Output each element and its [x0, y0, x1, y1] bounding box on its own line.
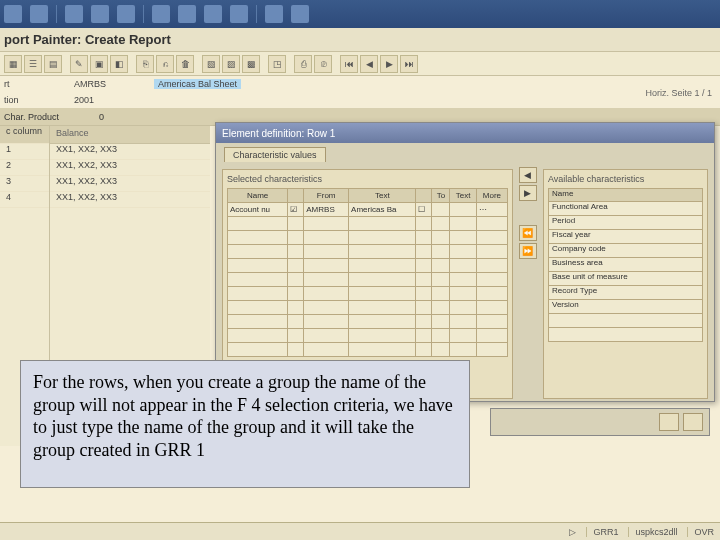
status-transaction: GRR1 [586, 527, 618, 537]
row-number: 4 [0, 192, 49, 208]
table-row [228, 315, 508, 329]
report-label: rt [4, 79, 54, 89]
checkbox-icon[interactable]: ☑ [288, 203, 304, 217]
more-icon[interactable]: ⋯ [476, 203, 507, 217]
toolbar-button[interactable]: 🗑 [176, 55, 194, 73]
menu-icon[interactable] [291, 5, 309, 23]
table-row [228, 301, 508, 315]
menu-icon[interactable] [117, 5, 135, 23]
char-product-value: 0 [99, 112, 104, 122]
move-left-icon[interactable]: ◀ [519, 167, 537, 183]
confirm-button[interactable] [659, 413, 679, 431]
status-mode: OVR [687, 527, 714, 537]
menu-icon[interactable] [30, 5, 48, 23]
first-icon[interactable]: ⏮ [340, 55, 358, 73]
balance-cell: XX1, XX2, XX3 [50, 144, 210, 160]
balance-cell: XX1, XX2, XX3 [50, 160, 210, 176]
col-name: Name [228, 189, 288, 203]
available-characteristics-panel: Available characteristics Name Functiona… [543, 169, 708, 399]
menu-icon[interactable] [178, 5, 196, 23]
table-row [228, 273, 508, 287]
row-number: 2 [0, 160, 49, 176]
col-header: c column [0, 126, 49, 144]
list-item[interactable] [548, 314, 703, 328]
table-row[interactable]: Account nu ☑ AMRBS Americas Ba ☐ ⋯ [228, 203, 508, 217]
toolbar-button[interactable]: ◧ [110, 55, 128, 73]
char-product-label: Char. Product [4, 112, 59, 122]
table-row [228, 343, 508, 357]
dialog-footer [490, 408, 710, 436]
app-title-bar: port Painter: Create Report [0, 28, 720, 52]
list-item[interactable]: Company code [548, 244, 703, 258]
list-item[interactable]: Period [548, 216, 703, 230]
year-value: 2001 [74, 95, 134, 105]
list-item[interactable]: Functional Area [548, 202, 703, 216]
table-row [228, 287, 508, 301]
toolbar-button[interactable]: ▦ [4, 55, 22, 73]
row-number: 3 [0, 176, 49, 192]
main-menu-bar [0, 0, 720, 28]
list-item[interactable]: Business area [548, 258, 703, 272]
report-info-row: rt AMRBS Americas Bal Sheet [0, 76, 720, 92]
toolbar-button[interactable]: ⎙ [294, 55, 312, 73]
instruction-note: For the rows, when you create a group th… [20, 360, 470, 488]
col-to: To [432, 189, 450, 203]
report-info-row2: tion 2001 [0, 92, 720, 108]
toolbar-button[interactable]: ▣ [90, 55, 108, 73]
toolbar-button[interactable]: ▧ [202, 55, 220, 73]
balance-cell: XX1, XX2, XX3 [50, 192, 210, 208]
menu-icon[interactable] [4, 5, 22, 23]
menu-icon[interactable] [230, 5, 248, 23]
table-row [228, 245, 508, 259]
toolbar-button[interactable]: ▤ [44, 55, 62, 73]
app-title: port Painter: Create Report [4, 32, 171, 47]
menu-icon[interactable] [265, 5, 283, 23]
move-all-left-icon[interactable]: ⏪ [519, 225, 537, 241]
dialog-title-bar: Element definition: Row 1 [216, 123, 714, 143]
list-item[interactable]: Version [548, 300, 703, 314]
balance-cell: XX1, XX2, XX3 [50, 176, 210, 192]
toolbar-button[interactable]: ☰ [24, 55, 42, 73]
available-list: Name Functional Area Period Fiscal year … [548, 188, 703, 342]
last-icon[interactable]: ⏭ [400, 55, 418, 73]
col-more: More [476, 189, 507, 203]
toolbar-button[interactable]: ▩ [242, 55, 260, 73]
table-row [228, 217, 508, 231]
toolbar-button[interactable]: ⎘ [136, 55, 154, 73]
menu-icon[interactable] [91, 5, 109, 23]
col-from: From [304, 189, 349, 203]
available-title: Available characteristics [548, 174, 703, 184]
col-text: Text [349, 189, 416, 203]
list-item[interactable] [548, 328, 703, 342]
move-buttons: ◀ ▶ ⏪ ⏩ [519, 167, 537, 395]
selected-grid: Name From Text To Text More Account nu ☑… [227, 188, 508, 357]
toolbar-button[interactable]: ▨ [222, 55, 240, 73]
checkbox-icon[interactable]: ☐ [416, 203, 432, 217]
table-row [228, 329, 508, 343]
tab-characteristic-values[interactable]: Characteristic values [224, 147, 326, 162]
menu-icon[interactable] [204, 5, 222, 23]
toolbar-button[interactable]: ✎ [70, 55, 88, 73]
toolbar-button[interactable]: ⎚ [314, 55, 332, 73]
selected-title: Selected characteristics [227, 174, 508, 184]
toolbar-button[interactable]: ⎌ [156, 55, 174, 73]
list-item[interactable]: Fiscal year [548, 230, 703, 244]
horiz-page-label: Horiz. Seite 1 / 1 [645, 88, 712, 98]
row-number: 1 [0, 144, 49, 160]
move-right-icon[interactable]: ▶ [519, 185, 537, 201]
list-item[interactable]: Base unit of measure [548, 272, 703, 286]
menu-icon[interactable] [65, 5, 83, 23]
move-all-right-icon[interactable]: ⏩ [519, 243, 537, 259]
col-text2: Text [450, 189, 476, 203]
list-item[interactable]: Record Type [548, 286, 703, 300]
toolbar-button[interactable]: ◳ [268, 55, 286, 73]
cancel-button[interactable] [683, 413, 703, 431]
table-row [228, 259, 508, 273]
menu-icon[interactable] [152, 5, 170, 23]
report-code: AMRBS [74, 79, 134, 89]
next-icon[interactable]: ▶ [380, 55, 398, 73]
table-row [228, 231, 508, 245]
status-bar: ▷ GRR1 uspkcs2dll OVR [0, 522, 720, 540]
prev-icon[interactable]: ◀ [360, 55, 378, 73]
status-server: uspkcs2dll [628, 527, 677, 537]
